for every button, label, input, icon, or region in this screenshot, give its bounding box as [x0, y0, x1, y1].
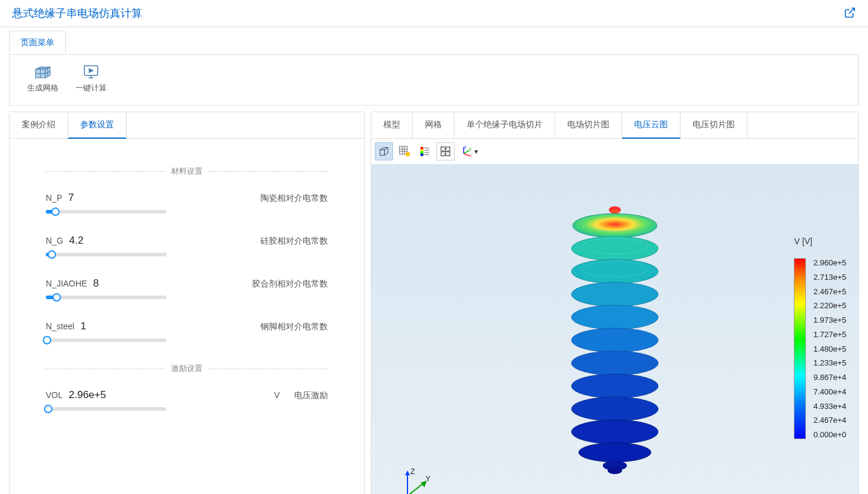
param-value: 1 — [80, 320, 86, 332]
legend-value: 0.000e+0 — [813, 430, 846, 439]
slider-vol[interactable] — [46, 407, 166, 411]
param-n-steel: N_steel 1 钢脚相对介电常数 — [46, 320, 328, 342]
menu-tab-page[interactable]: 页面菜单 — [9, 31, 66, 54]
axis-y-label: Y — [426, 475, 430, 483]
svg-line-28 — [464, 150, 469, 154]
open-external-icon[interactable] — [844, 7, 856, 21]
svg-line-0 — [849, 8, 854, 13]
vis-cube-view-icon[interactable] — [375, 142, 393, 160]
legend-value: 4.933e+4 — [813, 402, 846, 411]
section-excitation: 激励设置 — [46, 363, 328, 374]
param-n-jiaohe: N_JIAOHE 8 胶合剂相对介电常数 — [46, 277, 328, 299]
vis-fit-view-icon[interactable] — [436, 142, 454, 160]
svg-rect-18 — [421, 154, 424, 156]
tab-single-slice[interactable]: 单个绝缘子电场切片 — [454, 112, 555, 138]
axis-indicator: Z Y X — [395, 466, 438, 494]
svg-point-49 — [608, 467, 622, 474]
one-click-compute-button[interactable]: 一键计算 — [73, 61, 109, 96]
param-value: 4.2 — [69, 235, 84, 247]
mesh-label: 生成网格 — [27, 83, 58, 93]
svg-point-36 — [571, 236, 658, 261]
tab-voltage-slice[interactable]: 电压切片图 — [681, 112, 747, 138]
svg-point-43 — [571, 351, 658, 375]
right-panel: 模型 网格 单个绝缘子电场切片 电场切片图 电压云图 电压切片图 zyx ▼ — [371, 112, 859, 494]
param-unit: V — [274, 390, 280, 400]
svg-point-45 — [571, 397, 658, 421]
section-material: 材料设置 — [46, 166, 328, 177]
param-value: 8 — [93, 277, 98, 290]
legend-title: V [V] — [794, 236, 846, 246]
svg-point-40 — [571, 282, 658, 306]
param-name: N_JIAOHE — [46, 279, 87, 288]
right-panel-tabs: 模型 网格 单个绝缘子电场切片 电场切片图 电压云图 电压切片图 — [371, 112, 858, 139]
svg-line-54 — [407, 483, 424, 494]
slider-n-steel[interactable] — [46, 338, 166, 342]
generate-mesh-button[interactable]: 生成网格 — [25, 61, 61, 96]
legend-value: 2.467e+5 — [813, 287, 846, 296]
tab-efield-slice[interactable]: 电场切片图 — [555, 112, 622, 138]
svg-point-41 — [571, 305, 658, 329]
tab-model[interactable]: 模型 — [371, 112, 413, 138]
legend-value: 1.480e+5 — [813, 344, 846, 353]
legend-values: 2.960e+52.713e+52.467e+52.220e+51.973e+5… — [813, 258, 846, 439]
tab-voltage-cloud[interactable]: 电压云图 — [622, 112, 681, 139]
compute-monitor-icon — [81, 63, 101, 80]
svg-text:x: x — [470, 153, 472, 157]
svg-point-38 — [571, 259, 658, 283]
color-legend: V [V] 2.960e+52.713e+52.467e+52.220e+51.… — [794, 236, 846, 439]
param-n-p: N_P 7 陶瓷相对介电常数 — [46, 192, 328, 214]
svg-point-14 — [406, 152, 410, 156]
legend-value: 2.713e+5 — [813, 273, 846, 282]
svg-point-44 — [571, 374, 658, 398]
param-desc: 胶合剂相对介电常数 — [252, 279, 328, 290]
slider-n-jiaohe[interactable] — [46, 296, 166, 299]
param-name: VOL — [46, 390, 63, 400]
tab-param-settings[interactable]: 参数设置 — [68, 112, 127, 139]
legend-value: 1.727e+5 — [813, 330, 846, 339]
vis-axes-icon[interactable]: zyx ▼ — [457, 142, 481, 160]
page-title: 悬式绝缘子串电场仿真计算 — [12, 6, 142, 21]
tab-case-intro[interactable]: 案例介绍 — [10, 112, 68, 138]
param-name: N_steel — [46, 321, 74, 331]
param-value: 2.96e+5 — [69, 389, 106, 401]
slider-n-p[interactable] — [46, 210, 166, 214]
svg-point-47 — [579, 443, 651, 462]
legend-value: 1.973e+5 — [813, 315, 846, 325]
axis-z-label: Z — [410, 467, 415, 476]
params-body: 材料设置 N_P 7 陶瓷相对介电常数 N_G 4.2 — [10, 139, 364, 450]
toolbar: 生成网格 一键计算 — [9, 55, 859, 106]
svg-text:y: y — [470, 147, 472, 151]
vis-grid-toggle-icon[interactable] — [395, 142, 414, 160]
main: 案例介绍 参数设置 材料设置 N_P 7 陶瓷相对介电常数 — [0, 106, 868, 494]
param-n-g: N_G 4.2 硅胶相对介电常数 — [46, 235, 328, 256]
svg-point-34 — [573, 214, 657, 238]
legend-value: 1.233e+5 — [813, 358, 846, 367]
param-desc: 电压激励 — [294, 390, 328, 400]
legend-value: 9.867e+4 — [813, 373, 846, 382]
param-desc: 硅胶相对介电常数 — [260, 236, 328, 247]
legend-value: 7.400e+4 — [813, 387, 846, 396]
mesh-cube-icon — [33, 63, 52, 80]
svg-point-46 — [571, 420, 658, 444]
svg-marker-51 — [405, 470, 410, 475]
vis-toolbar: zyx ▼ — [371, 139, 858, 164]
svg-point-42 — [571, 328, 658, 352]
svg-text:z: z — [464, 145, 466, 149]
compute-label: 一键计算 — [75, 83, 107, 93]
left-panel: 案例介绍 参数设置 材料设置 N_P 7 陶瓷相对介电常数 — [9, 112, 365, 494]
insulator-model — [564, 199, 666, 477]
param-name: N_P — [46, 193, 62, 203]
vis-legend-toggle-icon[interactable] — [416, 142, 434, 160]
tab-mesh[interactable]: 网格 — [413, 112, 454, 138]
legend-colorbar — [794, 258, 806, 439]
legend-value: 2.220e+5 — [813, 301, 846, 310]
legend-value: 2.960e+5 — [813, 258, 846, 267]
slider-n-g[interactable] — [46, 253, 166, 256]
param-value: 7 — [68, 192, 74, 204]
svg-line-27 — [464, 154, 469, 156]
visualization-canvas[interactable]: V [V] 2.960e+52.713e+52.467e+52.220e+51.… — [371, 164, 858, 494]
menu-tabs: 页面菜单 — [9, 27, 859, 55]
param-vol: VOL 2.96e+5 V 电压激励 — [46, 389, 328, 411]
param-desc: 钢脚相对介电常数 — [260, 321, 328, 332]
legend-value: 2.467e+4 — [813, 416, 846, 425]
